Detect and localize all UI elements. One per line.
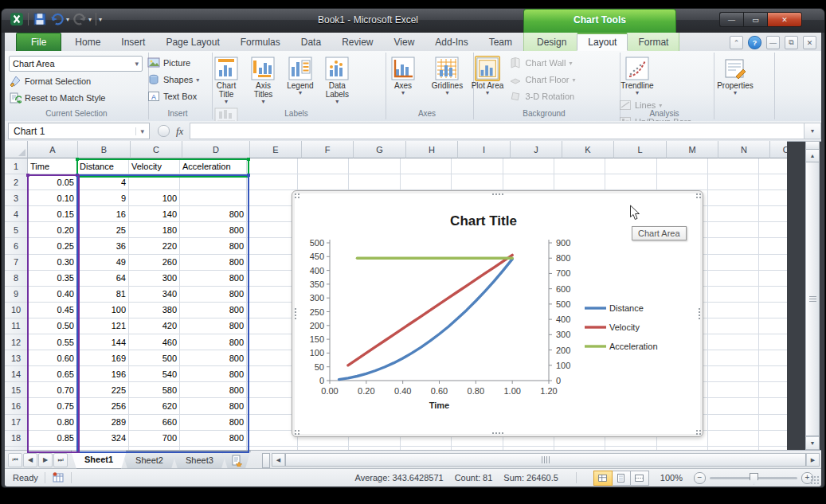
cell[interactable]: 700 [129,431,180,447]
cell[interactable]: 0.45 [28,303,77,318]
cell[interactable]: 169 [77,350,129,366]
row-header-18[interactable]: 18 [5,431,28,447]
cell[interactable] [759,287,787,303]
tab-file[interactable]: File [16,33,61,51]
column-header-D[interactable]: D [182,141,250,158]
workbook-minimize-icon[interactable]: — [766,36,780,49]
cell[interactable]: 144 [77,334,129,350]
cell[interactable]: 800 [180,303,247,318]
chart-elements-dropdown[interactable]: Chart Area▾ [9,56,143,72]
cell[interactable]: 580 [129,382,180,398]
tab-design[interactable]: Design [527,33,577,51]
cell[interactable]: 0.25 [28,238,77,254]
row-header-11[interactable]: 11 [5,318,28,334]
cell[interactable] [401,174,452,190]
cell[interactable] [759,334,787,350]
workbook-restore-icon[interactable]: ⧉ [785,36,798,49]
cell[interactable] [708,190,759,206]
cell[interactable] [247,158,298,174]
cell[interactable] [708,366,759,382]
cell[interactable]: 800 [180,222,247,238]
cell[interactable]: 260 [129,255,180,271]
column-header-L[interactable]: L [614,141,667,158]
fx-icon[interactable]: fx [176,125,183,138]
close-button[interactable]: ✕ [767,12,802,27]
save-button[interactable] [33,12,47,26]
cell[interactable]: 0.70 [28,382,77,398]
cell[interactable] [708,382,759,398]
expand-formula-bar-icon[interactable]: ▾ [804,123,821,139]
cell[interactable] [247,287,298,303]
cell[interactable]: 620 [129,398,180,414]
row-header-13[interactable]: 13 [5,350,28,366]
row-header-8[interactable]: 8 [5,271,28,287]
cell[interactable]: 0.20 [28,222,77,238]
customize-qat-button[interactable]: ▾ [99,16,102,23]
scroll-up-icon[interactable]: ▲ [806,150,819,162]
cell[interactable] [503,174,554,190]
cell[interactable] [452,174,503,190]
cell[interactable]: 100 [129,190,180,206]
chart-title-button[interactable]: Chart Title▾ [209,54,243,105]
cell[interactable] [247,222,298,238]
cell[interactable] [708,350,759,366]
cell[interactable] [554,174,605,190]
cell[interactable]: 540 [129,366,180,382]
chart-handle-top[interactable] [491,193,504,196]
tab-data[interactable]: Data [291,33,331,51]
collapse-ribbon-icon[interactable]: ⌃ [730,36,743,49]
cell[interactable] [247,271,298,287]
cell[interactable]: 81 [77,287,129,303]
first-sheet-icon[interactable]: ⏮ [8,453,22,467]
vertical-splitter[interactable] [806,142,819,150]
cell[interactable] [759,431,787,447]
cell[interactable] [708,398,759,414]
cell[interactable]: 0.85 [28,431,77,447]
tab-insert[interactable]: Insert [111,33,155,51]
tab-team[interactable]: Team [479,33,523,51]
macro-record-icon[interactable] [52,471,65,484]
cell[interactable] [708,287,759,303]
cell[interactable]: 800 [180,366,247,382]
undo-button[interactable] [50,12,65,26]
name-box[interactable]: Chart 1▾ [8,123,150,139]
scroll-left-icon[interactable]: ◀ [272,454,285,466]
data-labels-button[interactable]: Data Labels▾ [320,54,354,105]
cell[interactable]: 0.10 [28,190,77,206]
cell[interactable]: 16 [77,206,129,222]
help-icon[interactable]: ? [748,36,761,49]
cell[interactable]: Velocity [129,158,180,174]
title-bar[interactable]: ▾ ▾ ▾ Book1 - Microsoft Excel Chart Tool… [2,9,824,33]
row-header-3[interactable]: 3 [5,190,28,206]
cell[interactable] [247,382,298,398]
cell[interactable]: 0.55 [28,334,77,350]
row-header-10[interactable]: 10 [5,303,28,318]
vertical-scrollbar[interactable]: ▲ ▼ [805,141,820,450]
cell[interactable] [759,415,787,431]
next-sheet-icon[interactable]: ▶ [38,453,53,467]
column-header-K[interactable]: K [562,141,614,158]
column-header-N[interactable]: N [718,141,770,158]
cell[interactable]: 225 [77,382,129,398]
cell[interactable] [708,255,759,271]
column-header-I[interactable]: I [458,141,511,158]
cell[interactable]: 0.50 [28,318,77,334]
minimize-button[interactable]: — [719,12,743,27]
window-resize-grip[interactable] [810,475,820,485]
cell[interactable] [708,318,759,334]
undo-caret-icon[interactable]: ▾ [66,16,69,23]
cell[interactable]: 800 [180,206,247,222]
column-header-H[interactable]: H [406,141,458,158]
maximize-button[interactable]: ▭ [743,12,767,27]
cell[interactable] [759,206,787,222]
tab-scroll-splitter[interactable] [262,453,270,468]
redo-caret-icon[interactable]: ▾ [88,16,92,23]
column-header-C[interactable]: C [131,141,182,158]
view-page-layout-button[interactable] [612,471,631,486]
row-header-2[interactable]: 2 [5,174,28,190]
chart-handle-bottomright[interactable] [695,429,701,435]
cell[interactable] [708,271,759,287]
zoom-slider-thumb[interactable] [750,473,758,485]
cell[interactable] [759,398,787,414]
tab-review[interactable]: Review [331,33,383,51]
